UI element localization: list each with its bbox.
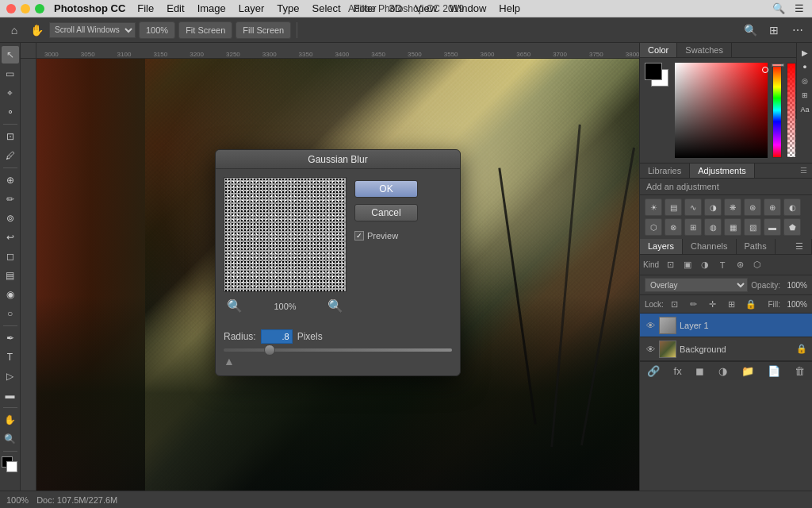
opacity-bar[interactable] bbox=[787, 63, 796, 158]
layer-item-background[interactable]: 👁 Background 🔒 bbox=[640, 337, 812, 361]
crop-tool[interactable]: ⊡ bbox=[2, 128, 19, 145]
dodge-tool[interactable]: ○ bbox=[2, 305, 19, 322]
tab-adjustments[interactable]: Adjustments bbox=[690, 164, 755, 178]
adj-posterize-icon[interactable]: ▦ bbox=[724, 218, 741, 236]
layer-item-layer1[interactable]: 👁 Layer 1 bbox=[640, 314, 812, 337]
clone-tool[interactable]: ⊚ bbox=[2, 210, 19, 227]
sidebar-action-4[interactable]: Aa bbox=[799, 103, 811, 116]
lib-adj-panel-menu[interactable]: ☰ bbox=[795, 164, 812, 178]
color-switcher[interactable] bbox=[2, 456, 19, 474]
menu-edit[interactable]: Edit bbox=[161, 2, 190, 15]
adj-color-lookup-icon[interactable]: ⊞ bbox=[684, 218, 702, 236]
tab-layers[interactable]: Layers bbox=[640, 239, 683, 254]
filter-pixel[interactable]: ▣ bbox=[680, 258, 695, 272]
foreground-color-box[interactable] bbox=[645, 63, 662, 80]
quick-select-tool[interactable]: ⚬ bbox=[2, 103, 19, 121]
add-link-btn[interactable]: 🔗 bbox=[642, 364, 665, 379]
tab-libraries[interactable]: Libraries bbox=[640, 164, 690, 178]
adj-gradient-map-icon[interactable]: ▬ bbox=[764, 218, 781, 236]
lock-pixels-btn[interactable]: ✏ bbox=[686, 297, 702, 311]
type-tool[interactable]: T bbox=[2, 348, 19, 366]
hue-bar[interactable] bbox=[772, 63, 782, 158]
tab-channels[interactable]: Channels bbox=[683, 239, 736, 254]
menu-layer[interactable]: Layer bbox=[233, 2, 270, 15]
hand-tool[interactable]: ✋ bbox=[2, 411, 19, 429]
adj-hue-sat-icon[interactable]: ⊛ bbox=[744, 198, 761, 216]
menu-image[interactable]: Image bbox=[192, 2, 232, 15]
path-select-tool[interactable]: ▷ bbox=[2, 368, 19, 385]
app-name-menu[interactable]: Photoshop CC bbox=[54, 2, 125, 14]
adj-photo-filter-icon[interactable]: ⬡ bbox=[645, 218, 662, 236]
add-fx-btn[interactable]: fx bbox=[669, 364, 687, 379]
fit-screen-btn[interactable]: Fit Screen bbox=[178, 21, 232, 39]
lock-position-btn[interactable]: ✛ bbox=[705, 297, 721, 311]
add-layer-btn[interactable]: 📄 bbox=[763, 364, 785, 379]
history-tool[interactable]: ↩ bbox=[2, 229, 19, 246]
sidebar-play-btn[interactable]: ▶ bbox=[799, 46, 811, 59]
blur-tool[interactable]: ◉ bbox=[2, 286, 19, 303]
filter-smart[interactable]: ⊛ bbox=[732, 258, 748, 272]
eraser-tool[interactable]: ◻ bbox=[2, 248, 19, 265]
mac-minimize-btn[interactable] bbox=[21, 4, 30, 13]
layer1-visibility-icon[interactable]: 👁 bbox=[645, 320, 656, 331]
hue-slider-thumb[interactable] bbox=[772, 64, 784, 67]
fill-screen-btn[interactable]: Fill Screen bbox=[236, 21, 291, 39]
foreground-background-swatches[interactable] bbox=[645, 63, 670, 88]
adj-threshold-icon[interactable]: ▧ bbox=[744, 218, 761, 236]
brush-tool[interactable]: ✏ bbox=[2, 190, 19, 208]
adj-vibrance-icon[interactable]: ❋ bbox=[724, 198, 741, 216]
tab-color[interactable]: Color bbox=[640, 43, 677, 57]
search-icon[interactable]: 🔍 bbox=[772, 2, 785, 15]
gaussian-blur-dialog[interactable]: Gaussian Blur 🔍 bbox=[215, 149, 461, 376]
menu-select[interactable]: Select bbox=[306, 2, 346, 15]
home-btn[interactable]: ⌂ bbox=[5, 21, 24, 40]
lasso-tool[interactable]: ⌖ bbox=[2, 84, 19, 102]
color-spectrum-area[interactable] bbox=[675, 63, 768, 158]
mac-close-btn[interactable] bbox=[6, 4, 16, 13]
lock-all-btn[interactable]: 🔒 bbox=[743, 297, 759, 311]
blend-mode-select[interactable]: Overlay bbox=[645, 278, 748, 292]
zoom-level-display[interactable]: 100% bbox=[139, 21, 175, 39]
adj-curves-icon[interactable]: ∿ bbox=[684, 198, 702, 216]
sidebar-action-3[interactable]: ⊞ bbox=[799, 89, 811, 102]
radius-slider-thumb[interactable] bbox=[264, 344, 275, 356]
add-adj-layer-btn[interactable]: ◑ bbox=[714, 364, 732, 379]
hand-tool-option[interactable]: ✋ bbox=[27, 21, 46, 40]
delete-layer-btn[interactable]: 🗑 bbox=[790, 364, 810, 379]
ok-button[interactable]: OK bbox=[354, 180, 418, 198]
zoom-in-btn[interactable]: 🔍 bbox=[324, 298, 347, 314]
preview-checkbox[interactable]: ✓ bbox=[354, 231, 364, 241]
select-rect-tool[interactable]: ▭ bbox=[2, 65, 19, 83]
sidebar-action-1[interactable]: ● bbox=[799, 60, 811, 73]
adj-color-balance-icon[interactable]: ⊕ bbox=[764, 198, 781, 216]
fill-value[interactable]: 100% bbox=[783, 300, 807, 309]
menu-extra-icon[interactable]: ☰ bbox=[793, 2, 806, 15]
filter-kind-all[interactable]: ⊡ bbox=[662, 258, 678, 272]
add-group-btn[interactable]: 📁 bbox=[737, 364, 759, 379]
move-tool[interactable]: ↖ bbox=[2, 46, 19, 64]
menu-file[interactable]: File bbox=[132, 2, 159, 15]
radius-input[interactable] bbox=[261, 329, 293, 344]
tab-paths[interactable]: Paths bbox=[737, 239, 776, 254]
extras-icon[interactable]: ⋯ bbox=[788, 21, 807, 40]
menu-help[interactable]: Help bbox=[493, 2, 526, 15]
mac-maximize-btn[interactable] bbox=[35, 4, 44, 13]
lock-transparent-btn[interactable]: ⊡ bbox=[667, 297, 683, 311]
adj-brightness-icon[interactable]: ☀ bbox=[645, 198, 662, 216]
sidebar-action-2[interactable]: ◎ bbox=[799, 75, 811, 87]
adj-levels-icon[interactable]: ▤ bbox=[665, 198, 682, 216]
heal-tool[interactable]: ⊕ bbox=[2, 171, 19, 189]
add-mask-btn[interactable]: ◼ bbox=[691, 364, 709, 379]
gradient-tool[interactable]: ▤ bbox=[2, 267, 19, 284]
eyedropper-tool[interactable]: 🖊 bbox=[2, 147, 19, 164]
lock-artboard-btn[interactable]: ⊞ bbox=[724, 297, 740, 311]
filter-adj[interactable]: ◑ bbox=[697, 258, 713, 272]
pen-tool[interactable]: ✒ bbox=[2, 329, 19, 347]
adj-selective-color-icon[interactable]: ⬟ bbox=[783, 218, 801, 236]
filter-type[interactable]: T bbox=[714, 258, 730, 272]
radius-slider[interactable] bbox=[224, 348, 452, 352]
adj-invert-icon[interactable]: ◍ bbox=[704, 218, 722, 236]
zoom-out-btn[interactable]: 🔍 bbox=[224, 298, 246, 314]
cancel-button[interactable]: Cancel bbox=[354, 204, 418, 221]
workspace-icon[interactable]: ⊞ bbox=[764, 21, 783, 40]
